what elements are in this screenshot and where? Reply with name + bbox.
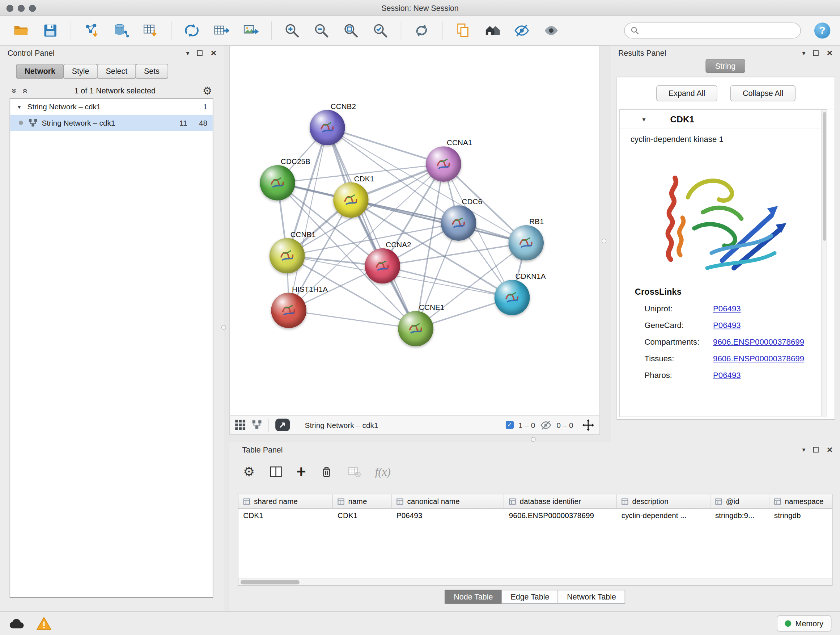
export-table-button[interactable] [210, 19, 232, 42]
crosslink-link[interactable]: P06493 [713, 304, 741, 313]
column-header-name[interactable]: name [333, 494, 392, 508]
table-row[interactable]: CDK1CDK1P064939606.ENSP00000378699cyclin… [238, 509, 832, 523]
table-cell[interactable]: CDK1 [333, 509, 392, 523]
birdseye-network-icon[interactable] [252, 420, 262, 430]
close-window-button[interactable] [6, 5, 13, 11]
column-header-description[interactable]: description [616, 494, 710, 508]
tab-style[interactable]: Style [63, 64, 98, 79]
float-panel-icon[interactable]: ▾ [802, 447, 806, 453]
memory-button[interactable]: Memory [777, 615, 832, 631]
tab-edge-table[interactable]: Edge Table [501, 590, 558, 604]
network-node-cdc6[interactable] [441, 205, 477, 241]
table-cell[interactable]: P06493 [392, 509, 504, 523]
grid-view-icon[interactable] [235, 420, 245, 430]
network-node-ccne1[interactable] [398, 311, 433, 347]
table-cell[interactable]: stringdb [769, 509, 833, 523]
column-header-namespace[interactable]: namespace [769, 494, 833, 508]
create-column-plus-icon[interactable]: + [297, 465, 306, 478]
function-builder-icon[interactable]: f(x) [375, 465, 391, 478]
show-columns-icon[interactable] [269, 465, 283, 479]
open-in-window-button[interactable] [275, 419, 290, 431]
network-node-cdkn1a[interactable] [494, 280, 530, 315]
network-node-ccna2[interactable] [365, 249, 400, 284]
table-horizontal-scrollbar[interactable] [238, 578, 832, 585]
maximize-panel-icon[interactable] [813, 447, 819, 453]
fit-content-crosshair-icon[interactable] [583, 419, 594, 431]
zoom-out-button[interactable] [310, 19, 332, 42]
network-edge[interactable] [351, 200, 526, 242]
close-panel-icon[interactable]: × [827, 48, 833, 58]
delete-trash-icon[interactable] [320, 465, 333, 479]
results-tab-string[interactable]: String [706, 59, 745, 73]
table-cell[interactable]: 9606.ENSP00000378699 [504, 509, 616, 523]
open-session-button[interactable] [10, 19, 32, 42]
vertical-splitter-handle[interactable] [221, 325, 226, 329]
import-network-button[interactable] [80, 19, 103, 42]
crosslink-link[interactable]: P06493 [713, 321, 741, 330]
zoom-fit-button[interactable] [340, 19, 362, 42]
selected-checkbox-icon[interactable]: ✓ [506, 421, 514, 429]
expand-all-icon[interactable]: » [20, 88, 29, 93]
network-node-cdc25b[interactable] [260, 165, 295, 201]
new-network-from-selection-button[interactable] [180, 19, 203, 42]
table-scrollbar-thumb[interactable] [240, 580, 300, 584]
help-button[interactable]: ? [814, 22, 830, 38]
minimize-window-button[interactable] [18, 5, 25, 11]
network-node-rb1[interactable] [508, 225, 544, 261]
table-cell[interactable]: CDK1 [238, 509, 333, 523]
entry-collapse-caret-icon[interactable]: ▾ [643, 116, 646, 123]
network-node-cdk1[interactable] [333, 182, 369, 218]
column-header-canonical-name[interactable]: canonical name [392, 494, 504, 508]
network-edge[interactable] [327, 127, 444, 164]
import-network-from-database-button[interactable] [110, 19, 133, 42]
cloud-icon[interactable] [9, 617, 25, 629]
collapse-all-icon[interactable]: » [10, 88, 19, 93]
zoom-in-button[interactable] [281, 19, 303, 42]
column-header-database-identifier[interactable]: database identifier [504, 494, 616, 508]
results-scrollbar-thumb[interactable] [823, 112, 826, 241]
column-header-shared-name[interactable]: shared name [238, 494, 333, 508]
copy-button[interactable] [452, 19, 474, 42]
network-edge[interactable] [289, 310, 416, 328]
network-node-hist1h1a[interactable] [271, 293, 306, 328]
network-collection-row[interactable]: ▾ String Network – cdk1 1 [10, 98, 213, 114]
tab-select[interactable]: Select [97, 64, 136, 79]
close-panel-icon[interactable]: × [211, 48, 217, 58]
float-panel-icon[interactable]: ▾ [802, 50, 806, 57]
network-node-ccnb2[interactable] [309, 110, 345, 146]
home-layout-button[interactable] [481, 19, 504, 42]
zoom-window-button[interactable] [29, 5, 36, 11]
tab-node-table[interactable]: Node Table [445, 590, 502, 604]
refresh-view-button[interactable] [410, 19, 433, 42]
network-view[interactable]: CCNB2CCNA1CDC25BCDK1CDC6RB1CCNB1CCNA2CDK… [229, 46, 600, 416]
search-input[interactable] [643, 26, 794, 35]
collection-expand-caret-icon[interactable]: ▾ [18, 103, 21, 110]
tab-sets[interactable]: Sets [135, 64, 168, 79]
table-cell[interactable]: stringdb:9... [711, 509, 769, 523]
tab-network[interactable]: Network [16, 64, 64, 79]
import-table-button[interactable] [139, 19, 162, 42]
network-edge[interactable] [289, 127, 327, 310]
column-header--id[interactable]: @id [711, 494, 769, 508]
maximize-panel-icon[interactable] [813, 50, 819, 56]
close-panel-icon[interactable]: × [827, 445, 833, 455]
float-panel-icon[interactable]: ▾ [186, 50, 189, 57]
tab-network-table[interactable]: Network Table [558, 590, 625, 604]
export-image-button[interactable] [240, 19, 262, 42]
table-settings-gear-icon[interactable]: ⚙ [243, 465, 255, 478]
crosslink-link[interactable]: P06493 [713, 371, 741, 379]
horizontal-splitter-handle[interactable] [531, 437, 536, 442]
collapse-all-button[interactable]: Collapse All [730, 85, 796, 101]
results-scrollbar[interactable] [821, 110, 827, 417]
show-all-button[interactable] [540, 19, 562, 42]
network-node-ccnb1[interactable] [270, 238, 305, 274]
network-node-ccna1[interactable] [426, 146, 461, 182]
table-cell[interactable]: cyclin-dependent ... [616, 509, 710, 523]
network-options-gear-icon[interactable]: ⚙ [202, 85, 212, 96]
crosslink-link[interactable]: 9606.ENSP00000378699 [713, 354, 804, 363]
network-edge[interactable] [327, 127, 416, 328]
network-row-selected[interactable]: String Network – cdk1 11 48 [10, 115, 213, 131]
hide-selected-button[interactable] [510, 19, 533, 42]
protein-entry-header[interactable]: ▾ CDK1 [620, 110, 827, 129]
warning-icon[interactable] [36, 616, 51, 630]
